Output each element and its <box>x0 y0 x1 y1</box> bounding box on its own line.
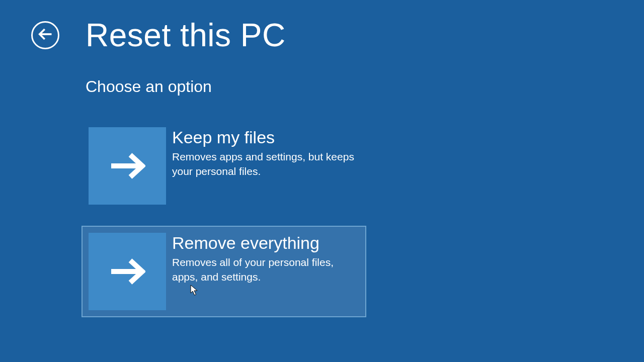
options-list: Keep my files Removes apps and settings,… <box>82 120 644 317</box>
option-remove-everything[interactable]: Remove everything Removes all of your pe… <box>82 226 366 317</box>
option-title: Remove everything <box>172 234 354 252</box>
back-arrow-icon <box>38 27 53 44</box>
arrow-right-icon <box>89 233 166 310</box>
option-description: Removes all of your personal files, apps… <box>172 255 354 284</box>
back-button[interactable] <box>31 21 59 49</box>
option-title: Keep my files <box>172 128 354 147</box>
subtitle: Choose an option <box>86 77 644 96</box>
page-title: Reset this PC <box>86 19 286 51</box>
option-keep-my-files[interactable]: Keep my files Removes apps and settings,… <box>82 120 366 212</box>
option-description: Removes apps and settings, but keeps you… <box>172 150 354 178</box>
arrow-right-icon <box>89 127 166 205</box>
